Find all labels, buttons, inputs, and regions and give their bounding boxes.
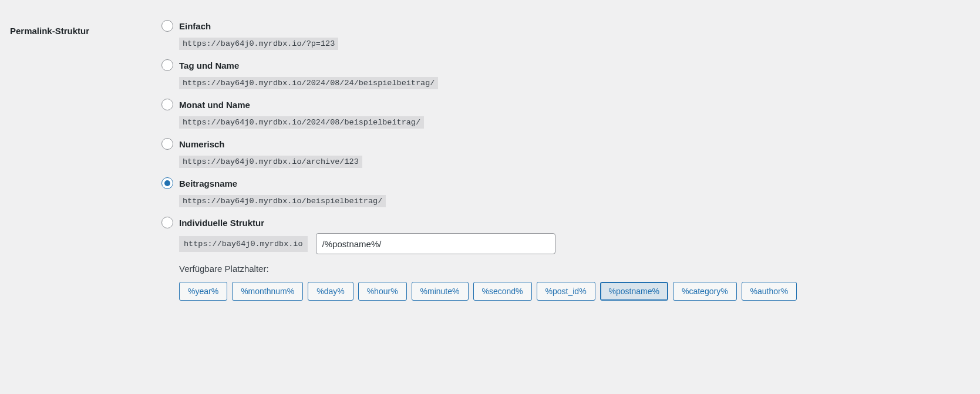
radio-numeric[interactable] [161, 138, 173, 150]
option-numeric: Numerisch https://bay64j0.myrdbx.io/arch… [161, 138, 980, 168]
label-day-name[interactable]: Tag und Name [179, 60, 239, 70]
available-placeholders-label: Verfügbare Platzhalter: [179, 264, 980, 274]
custom-structure-input[interactable] [316, 233, 555, 254]
tag-hour[interactable]: %hour% [358, 282, 407, 301]
tag-minute[interactable]: %minute% [412, 282, 469, 301]
option-postname: Beitragsname https://bay64j0.myrdbx.io/b… [161, 177, 980, 207]
label-custom[interactable]: Individuelle Struktur [179, 218, 264, 228]
option-simple: Einfach https://bay64j0.myrdbx.io/?p=123 [161, 20, 980, 50]
example-month-name: https://bay64j0.myrdbx.io/2024/08/beispi… [179, 116, 424, 129]
permalink-settings-row: Permalink-Struktur Einfach https://bay64… [0, 0, 980, 310]
label-month-name[interactable]: Monat und Name [179, 100, 250, 110]
custom-base-url: https://bay64j0.myrdbx.io [179, 236, 308, 252]
label-postname[interactable]: Beitragsname [179, 179, 237, 188]
option-custom: Individuelle Struktur https://bay64j0.my… [161, 217, 980, 301]
example-numeric: https://bay64j0.myrdbx.io/archive/123 [179, 156, 362, 168]
tag-second[interactable]: %second% [473, 282, 532, 301]
radio-day-name[interactable] [161, 59, 173, 71]
label-numeric[interactable]: Numerisch [179, 139, 225, 149]
tag-post_id[interactable]: %post_id% [537, 282, 595, 301]
radio-custom[interactable] [161, 217, 173, 228]
tag-author[interactable]: %author% [742, 282, 797, 301]
tag-postname[interactable]: %postname% [600, 282, 668, 301]
tag-year[interactable]: %year% [179, 282, 227, 301]
example-day-name: https://bay64j0.myrdbx.io/2024/08/24/bei… [179, 77, 438, 89]
tag-day[interactable]: %day% [308, 282, 353, 301]
label-simple[interactable]: Einfach [179, 21, 211, 31]
placeholder-tags: %year%%monthnum%%day%%hour%%minute%%seco… [179, 282, 980, 301]
example-simple: https://bay64j0.myrdbx.io/?p=123 [179, 38, 338, 50]
option-month-name: Monat und Name https://bay64j0.myrdbx.io… [161, 99, 980, 129]
example-postname: https://bay64j0.myrdbx.io/beispielbeitra… [179, 195, 386, 207]
radio-simple[interactable] [161, 20, 173, 32]
section-label: Permalink-Struktur [10, 20, 161, 310]
radio-postname[interactable] [161, 177, 173, 189]
permalink-options: Einfach https://bay64j0.myrdbx.io/?p=123… [161, 20, 980, 310]
tag-monthnum[interactable]: %monthnum% [232, 282, 303, 301]
option-day-name: Tag und Name https://bay64j0.myrdbx.io/2… [161, 59, 980, 89]
tag-category[interactable]: %category% [673, 282, 737, 301]
radio-month-name[interactable] [161, 99, 173, 110]
